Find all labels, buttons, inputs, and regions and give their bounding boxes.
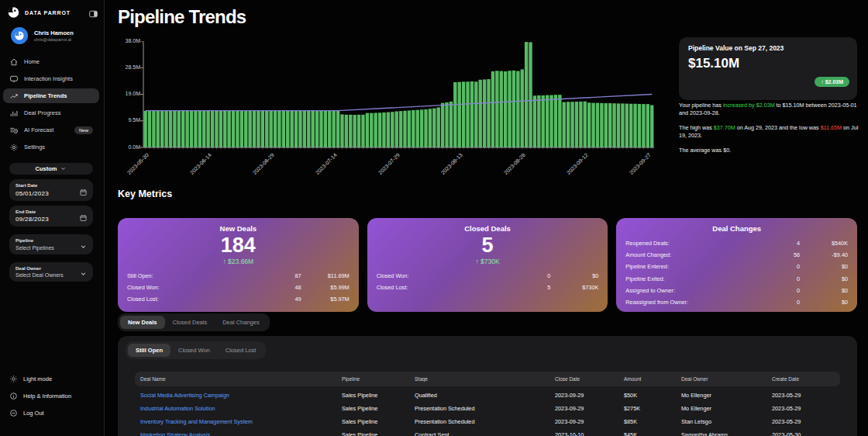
column-header: Pipeline (336, 376, 409, 382)
bar (403, 111, 406, 147)
forecast-icon (9, 126, 19, 135)
metric-row-amount: $0 (550, 272, 598, 279)
metric-row: Assigned to Owner:0$0 (625, 285, 848, 296)
metric-row-count: 0 (513, 272, 550, 279)
footer-item-help-information[interactable]: Help & Information (9, 391, 95, 400)
footer-item-label: Light mode (23, 375, 52, 382)
bar (336, 111, 339, 147)
sidebar-item-deal-progress[interactable]: Deal Progress (3, 106, 99, 120)
bar (148, 111, 151, 147)
x-axis-label: 2023-09-12 (551, 152, 589, 190)
bar (177, 111, 181, 147)
deal-table-body: Social Media Advertising CampaignSales P… (135, 389, 840, 436)
table-cell: $50K (618, 392, 676, 399)
metric-row-amount: $730K (550, 284, 598, 291)
bar (563, 102, 566, 147)
table-cell: Samantha Abrams (676, 431, 766, 436)
logout-icon (9, 409, 18, 417)
parrot-logo-icon (6, 5, 21, 19)
bar (542, 95, 545, 147)
insight-text: $11.65M (821, 124, 842, 131)
bar (533, 95, 536, 147)
deal-detail-card: Still OpenClosed WonClosed Lost Deal Nam… (118, 336, 857, 436)
bar (420, 109, 423, 147)
table-row[interactable]: Social Media Advertising CampaignSales P… (135, 389, 840, 402)
deal-name-link[interactable]: Industrial Automation Solution (135, 405, 336, 412)
metric-row-count: 56 (763, 251, 800, 258)
tab-deal-changes[interactable]: Deal Changes (215, 316, 267, 329)
bar (345, 115, 348, 147)
metric-row: Reassigned from Owner:0$0 (625, 296, 848, 308)
footer-item-light-mode[interactable]: Light mode (9, 374, 95, 383)
filter-deal-owner[interactable]: Deal OwnerSelect Deal Owners (9, 262, 93, 282)
bar (608, 103, 611, 147)
table-cell: 2023-09-29 (549, 418, 618, 425)
metric-cards: New Deals184↑ $23.66MStill Open:87$11.69… (118, 218, 857, 312)
bar (558, 95, 561, 147)
metric-row: Reopened Deals:4$540K (625, 237, 848, 249)
filter-start-date[interactable]: Start Date05/01/2023 (9, 179, 93, 201)
metric-card-new-deals: New Deals184↑ $23.66MStill Open:87$11.69… (118, 218, 359, 312)
calendar-icon (79, 185, 88, 194)
subtab-closed-won[interactable]: Closed Won (170, 344, 218, 357)
sidebar-item-label: Interaction Insights (24, 75, 73, 82)
bar (378, 112, 381, 147)
table-row[interactable]: Inventory Tracking and Management System… (135, 415, 840, 428)
deal-status-tabs: Still OpenClosed WonClosed Lost (126, 341, 266, 359)
y-axis-label: 38.0M (109, 38, 140, 43)
tab-new-deals[interactable]: New Deals (120, 316, 165, 329)
trend-icon (9, 92, 19, 101)
bar (549, 95, 553, 147)
metric-row-count: 0 (763, 299, 800, 306)
subtab-closed-lost[interactable]: Closed Lost (218, 344, 264, 357)
sidebar-item-interaction-insights[interactable]: Interaction Insights (3, 71, 99, 86)
gear-icon (9, 143, 19, 152)
bar (232, 111, 235, 147)
filter-pipeline[interactable]: PipelineSelect Pipelines (9, 234, 93, 254)
sun-icon (9, 375, 18, 383)
sidebar-item-ai-forecast[interactable]: AI ForecastNew (3, 123, 99, 137)
sidebar-item-pipeline-trends[interactable]: Pipeline Trends (3, 88, 99, 103)
column-header: Deal Owner (676, 376, 766, 382)
bar (181, 111, 184, 147)
sidebar-footer: Light modeHelp & InformationLog Out (9, 374, 95, 425)
bar (432, 109, 436, 147)
deal-name-link[interactable]: Social Media Advertising Campaign (135, 392, 336, 399)
filter-label: Start Date (16, 183, 87, 188)
metric-row-label: Closed Lost: (127, 296, 264, 303)
metric-row: Closed Won:0$0 (377, 270, 599, 282)
metric-row-label: Pipeline Exited: (625, 275, 763, 282)
date-range-preset-button[interactable]: Custom (9, 163, 93, 175)
sidebar-item-settings[interactable]: Settings (3, 140, 99, 154)
user-profile[interactable]: Chris Hamoen chris@dataparrot.ai (11, 27, 74, 44)
table-row[interactable]: Industrial Automation SolutionSales Pipe… (135, 402, 840, 415)
subtab-still-open[interactable]: Still Open (128, 344, 170, 357)
avatar (11, 27, 28, 44)
bar (382, 112, 385, 147)
table-cell: Stan Letsgo (676, 418, 766, 425)
footer-item-log-out[interactable]: Log Out (9, 408, 95, 417)
deal-name-link[interactable]: Marketing Strategy Analysis (135, 431, 336, 436)
bar (332, 111, 335, 147)
deal-table-header: Deal NamePipelineStageClose DateAmountDe… (135, 372, 840, 386)
metric-row-label: Closed Won: (127, 284, 264, 291)
table-cell: 2023-10-10 (549, 431, 618, 436)
bar (604, 103, 608, 147)
metric-row: Pipeline Entered:0$0 (625, 261, 848, 272)
sidebar-toggle-icon[interactable] (88, 8, 98, 17)
sidebar-item-label: Home (24, 58, 40, 65)
tab-closed-deals[interactable]: Closed Deals (165, 316, 215, 329)
table-row[interactable]: Marketing Strategy AnalysisSales Pipelin… (135, 428, 840, 436)
bar (361, 115, 364, 147)
table-cell: 2023-09-29 (549, 392, 618, 399)
deal-name-link[interactable]: Inventory Tracking and Management System (135, 418, 336, 425)
filter-end-date[interactable]: End Date09/28/2023 (9, 206, 93, 227)
column-header: Create Date (766, 376, 840, 382)
bar (143, 111, 146, 147)
bar (253, 111, 256, 147)
sidebar-item-home[interactable]: Home (3, 54, 99, 69)
bar (370, 113, 373, 147)
bar (600, 103, 603, 147)
pipeline-value-title: Pipeline Value on Sep 27, 2023 (688, 44, 848, 52)
metric-card-change: ↑ $730K (377, 258, 599, 265)
